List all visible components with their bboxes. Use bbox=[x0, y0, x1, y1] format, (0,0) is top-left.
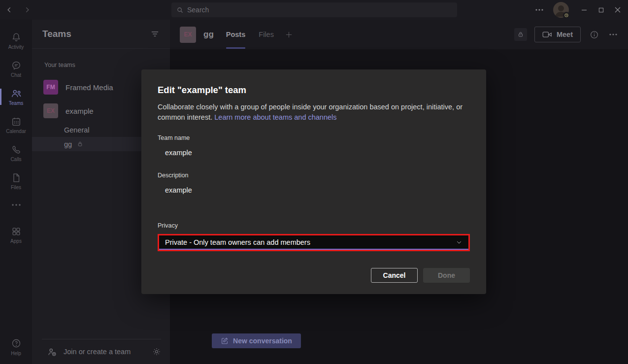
history-nav bbox=[4, 0, 33, 20]
chevron-down-icon bbox=[456, 239, 463, 246]
forward-icon[interactable] bbox=[22, 4, 33, 15]
channel-header-actions: Meet bbox=[514, 27, 619, 42]
sidebar-item-activity[interactable]: Activity bbox=[0, 27, 32, 55]
more-options-icon[interactable] bbox=[529, 9, 549, 11]
bell-icon bbox=[11, 32, 22, 43]
meet-label: Meet bbox=[557, 31, 573, 38]
title-bar bbox=[0, 0, 628, 20]
team-name: Framed Media bbox=[66, 83, 113, 92]
video-camera-icon bbox=[542, 31, 552, 38]
panel-title: Teams bbox=[42, 29, 71, 39]
info-icon[interactable] bbox=[588, 29, 600, 40]
channel-tabs: Posts Files bbox=[226, 20, 274, 49]
titlebar-controls bbox=[529, 0, 626, 20]
avatar[interactable] bbox=[553, 2, 569, 18]
sidebar-item-more[interactable] bbox=[0, 195, 32, 215]
document-icon bbox=[11, 172, 22, 183]
sidebar-item-label: Teams bbox=[9, 101, 23, 106]
sidebar-item-label: Activity bbox=[8, 45, 24, 50]
privacy-annotation-highlight: Private - Only team owners can add membe… bbox=[158, 234, 470, 251]
channel-title: gg bbox=[203, 30, 214, 39]
edit-team-dialog: Edit "example" team Collaborate closely … bbox=[141, 69, 486, 294]
person-add-icon bbox=[47, 347, 57, 357]
phone-icon bbox=[11, 144, 22, 155]
sidebar-item-calls[interactable]: Calls bbox=[0, 139, 32, 167]
minimize-icon[interactable] bbox=[576, 0, 593, 20]
help-question-icon bbox=[11, 338, 22, 349]
team-avatar-ex: EX bbox=[43, 103, 58, 118]
team-name: example bbox=[66, 107, 94, 115]
lock-icon bbox=[77, 141, 83, 147]
lock-icon[interactable] bbox=[514, 28, 527, 41]
team-name-label: Team name bbox=[158, 134, 470, 141]
dialog-description: Collaborate closely with a group of peop… bbox=[158, 102, 470, 122]
new-conversation-label: New conversation bbox=[233, 337, 292, 345]
new-conversation-button[interactable]: New conversation bbox=[212, 333, 301, 348]
team-avatar-ex: EX bbox=[180, 27, 196, 43]
calendar-icon bbox=[11, 116, 22, 127]
compose-icon bbox=[221, 337, 229, 345]
sidebar-item-apps[interactable]: Apps bbox=[0, 221, 32, 249]
sidebar-item-label: Apps bbox=[10, 239, 22, 244]
app-rail: Activity Chat Teams Calendar Calls bbox=[0, 20, 32, 364]
description-field[interactable]: example bbox=[165, 186, 470, 194]
privacy-label: Privacy bbox=[158, 222, 470, 229]
search-icon bbox=[176, 6, 184, 14]
teams-panel-header: Teams bbox=[32, 20, 170, 49]
team-name-field[interactable]: example bbox=[165, 149, 470, 157]
dialog-title: Edit "example" team bbox=[158, 85, 470, 96]
back-icon[interactable] bbox=[4, 4, 15, 15]
privacy-dropdown[interactable]: Private - Only team owners can add membe… bbox=[159, 235, 468, 250]
privacy-selected-value: Private - Only team owners can add membe… bbox=[165, 238, 310, 246]
search-input[interactable] bbox=[187, 6, 452, 14]
sidebar-item-label: Help bbox=[11, 351, 21, 356]
away-clock-badge bbox=[563, 12, 570, 19]
channel-name: General bbox=[64, 126, 90, 134]
sidebar-item-label: Calls bbox=[10, 157, 21, 162]
join-or-create-row[interactable]: Join or create a team bbox=[42, 339, 161, 364]
sidebar-item-label: Chat bbox=[11, 73, 21, 78]
your-teams-label: Your teams bbox=[44, 62, 170, 68]
tab-files[interactable]: Files bbox=[259, 20, 274, 49]
description-label: Description bbox=[158, 172, 470, 179]
learn-more-link[interactable]: Learn more about teams and channels bbox=[214, 113, 336, 121]
teams-people-icon bbox=[10, 88, 22, 99]
filter-icon[interactable] bbox=[151, 31, 159, 37]
gear-icon[interactable] bbox=[152, 347, 161, 356]
sidebar-item-label: Files bbox=[11, 185, 21, 190]
more-dots-icon bbox=[12, 204, 21, 206]
team-avatar-fm: FM bbox=[43, 80, 58, 95]
tab-label: Posts bbox=[226, 31, 246, 38]
plus-icon[interactable] bbox=[285, 31, 293, 39]
search-bar[interactable] bbox=[171, 2, 457, 17]
tab-posts[interactable]: Posts bbox=[226, 20, 246, 49]
teams-app-window: Activity Chat Teams Calendar Calls bbox=[0, 0, 628, 364]
channel-header: EX gg Posts Files bbox=[170, 20, 628, 49]
sidebar-item-files[interactable]: Files bbox=[0, 167, 32, 195]
done-button[interactable]: Done bbox=[423, 268, 470, 283]
sidebar-item-teams[interactable]: Teams bbox=[0, 83, 32, 111]
channel-name: gg bbox=[64, 140, 72, 148]
maximize-icon[interactable] bbox=[593, 0, 609, 20]
apps-grid-icon bbox=[11, 226, 22, 237]
meet-button[interactable]: Meet bbox=[534, 27, 581, 42]
sidebar-item-chat[interactable]: Chat bbox=[0, 55, 32, 83]
cancel-button[interactable]: Cancel bbox=[371, 268, 418, 283]
sidebar-item-label: Calendar bbox=[6, 129, 26, 134]
sidebar-item-help[interactable]: Help bbox=[0, 333, 32, 361]
tab-label: Files bbox=[259, 31, 274, 38]
chat-icon bbox=[11, 60, 22, 71]
more-options-icon[interactable] bbox=[607, 29, 619, 40]
sidebar-item-calendar[interactable]: Calendar bbox=[0, 111, 32, 139]
join-or-create-label: Join or create a team bbox=[64, 348, 131, 356]
dialog-actions: Cancel Done bbox=[158, 268, 470, 283]
close-icon[interactable] bbox=[609, 0, 626, 20]
